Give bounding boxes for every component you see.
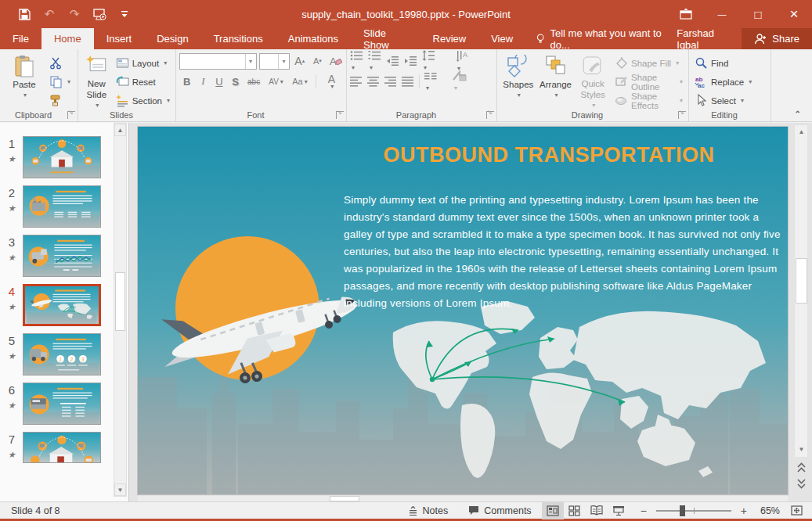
thumbnail-scroll-up-icon[interactable]	[114, 124, 126, 136]
change-case-button[interactable]	[288, 74, 311, 89]
select-button[interactable]: Select	[692, 92, 754, 109]
shape-fill-button[interactable]: Shape Fill	[612, 55, 685, 71]
paste-button[interactable]: Paste	[3, 52, 45, 109]
tab-transitions[interactable]: Transitions	[201, 28, 276, 49]
bullets-button[interactable]	[350, 50, 363, 72]
clear-formatting-button[interactable]: A	[327, 53, 343, 69]
minimize-button[interactable]	[704, 0, 740, 28]
shapes-button[interactable]: Shapes	[500, 52, 536, 109]
thumbnail-slide-6[interactable]: 6	[5, 383, 106, 425]
zoom-slider-handle[interactable]	[680, 505, 685, 516]
decrease-font-size-button[interactable]	[310, 53, 326, 69]
character-spacing-button[interactable]	[265, 74, 287, 89]
horizontal-scrollbar[interactable]	[138, 496, 788, 501]
layout-button[interactable]: Layout	[114, 55, 172, 71]
justify-button[interactable]	[402, 77, 414, 87]
previous-slide-button[interactable]	[796, 462, 807, 476]
align-center-button[interactable]	[367, 77, 380, 87]
tab-design[interactable]: Design	[144, 28, 200, 49]
zoom-in-button[interactable]	[738, 502, 755, 519]
font-size-dropdown-icon[interactable]	[278, 54, 289, 69]
thumbnail-scroll-down-icon[interactable]	[114, 483, 126, 496]
slide-1-thumb[interactable]	[23, 136, 101, 178]
scroll-thumb[interactable]	[796, 258, 807, 304]
cut-button[interactable]	[47, 55, 73, 71]
drawing-dialog-launcher[interactable]	[678, 111, 686, 119]
scroll-up-icon[interactable]	[796, 126, 807, 138]
slide-show-button[interactable]	[608, 502, 630, 519]
section-button[interactable]: Section	[114, 92, 172, 109]
shape-effects-button[interactable]: Shape Effects	[612, 92, 685, 109]
notes-button[interactable]: Notes	[398, 502, 459, 519]
font-color-button[interactable]	[320, 74, 343, 89]
reset-button[interactable]: Reset	[114, 74, 172, 90]
numbering-button[interactable]	[368, 50, 381, 72]
zoom-percentage[interactable]: 65%	[755, 505, 783, 516]
font-dialog-launcher[interactable]	[336, 111, 344, 119]
thumbnail-slide-3[interactable]: 3	[5, 235, 106, 277]
thumbnail-scroll-thumb[interactable]	[115, 272, 125, 331]
collapse-ribbon-button[interactable]	[795, 110, 801, 118]
increase-indent-button[interactable]	[404, 56, 417, 66]
slide-canvas[interactable]: OUTBOUND TRANSPORTATION Simply dummy tex…	[138, 127, 788, 494]
reading-view-button[interactable]	[586, 502, 608, 519]
tab-slide-show[interactable]: Slide Show	[351, 28, 420, 49]
next-slide-button[interactable]	[796, 478, 807, 492]
thumbnail-slide-4-selected[interactable]: 4	[5, 284, 106, 326]
redo-icon[interactable]: ↷	[67, 7, 81, 21]
slide-5-thumb[interactable]: 1 2 3	[23, 333, 101, 375]
italic-button[interactable]	[196, 74, 211, 89]
close-button[interactable]	[776, 0, 812, 28]
underline-button[interactable]	[211, 74, 227, 89]
start-from-beginning-icon[interactable]	[92, 7, 106, 21]
font-name-dropdown-icon[interactable]	[245, 54, 256, 69]
clipboard-dialog-launcher[interactable]	[67, 111, 75, 119]
slide-2-thumb[interactable]	[23, 185, 101, 228]
slide-4-thumb[interactable]	[23, 284, 101, 326]
text-direction-button[interactable]: A	[456, 50, 469, 73]
tab-insert[interactable]: Insert	[94, 28, 145, 49]
format-painter-button[interactable]	[47, 92, 73, 109]
bold-button[interactable]	[179, 74, 195, 89]
new-slide-button[interactable]: New Slide	[81, 52, 112, 109]
normal-view-button[interactable]	[542, 502, 564, 519]
font-size-combo[interactable]	[259, 53, 290, 70]
thumbnail-scrollbar[interactable]	[114, 123, 127, 497]
replace-button[interactable]: abac Replace	[692, 74, 754, 90]
tab-review[interactable]: Review	[420, 28, 479, 49]
find-button[interactable]: Find	[692, 55, 754, 71]
horizontal-scroll-thumb[interactable]	[330, 496, 359, 501]
slide-sorter-view-button[interactable]	[564, 502, 586, 519]
align-left-button[interactable]	[350, 77, 363, 87]
columns-button[interactable]	[424, 71, 437, 92]
tab-view[interactable]: View	[478, 28, 525, 49]
slide-body-text[interactable]: Simply dummy text of the printing and ty…	[344, 192, 787, 312]
slide-counter[interactable]: Slide 4 of 8	[0, 505, 60, 516]
slide-6-thumb[interactable]	[23, 383, 101, 425]
shape-outline-button[interactable]: Shape Outline	[612, 74, 685, 90]
tab-animations[interactable]: Animations	[276, 28, 351, 49]
slide-7-thumb[interactable]	[23, 432, 101, 463]
customize-qat-icon[interactable]	[117, 7, 132, 21]
zoom-out-button[interactable]	[630, 502, 650, 519]
maximize-button[interactable]	[740, 0, 776, 28]
increase-font-size-button[interactable]	[292, 53, 308, 69]
text-shadow-button[interactable]	[228, 74, 244, 89]
strikethrough-button[interactable]	[244, 74, 263, 89]
vertical-scrollbar[interactable]	[794, 124, 808, 500]
world-map-graphic[interactable]	[387, 297, 788, 489]
convert-to-smartart-button[interactable]	[453, 70, 467, 92]
share-button[interactable]: Share	[742, 28, 812, 49]
paragraph-dialog-launcher[interactable]	[486, 111, 494, 119]
fit-slide-to-window-button[interactable]	[783, 502, 812, 519]
ribbon-display-options-icon[interactable]	[668, 0, 704, 28]
save-icon[interactable]	[17, 7, 31, 21]
align-right-button[interactable]	[384, 77, 397, 87]
tab-file[interactable]: File	[0, 28, 42, 49]
thumbnail-slide-5[interactable]: 5 1 2 3	[5, 333, 106, 375]
comments-button[interactable]: Comments	[458, 502, 541, 519]
copy-button[interactable]	[47, 74, 73, 90]
thumbnail-slide-2[interactable]: 2	[5, 185, 106, 228]
thumbnail-slide-1[interactable]: 1	[5, 136, 106, 178]
decrease-indent-button[interactable]	[386, 56, 399, 66]
